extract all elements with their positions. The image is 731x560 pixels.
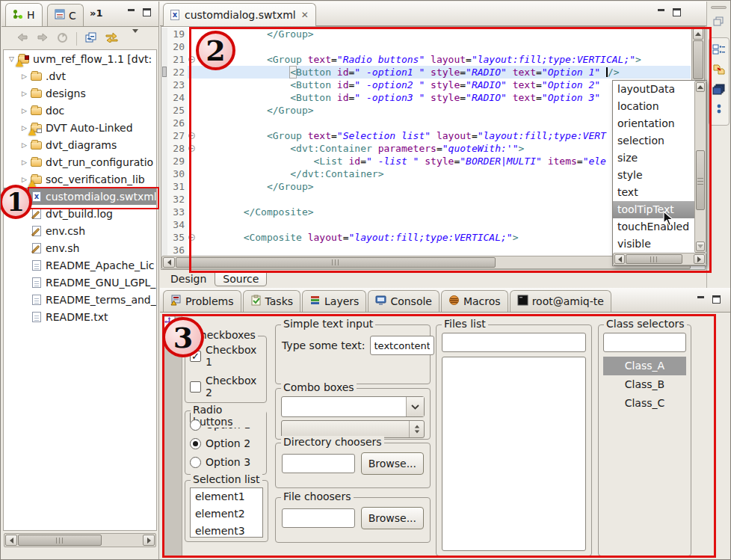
- close-icon[interactable]: ✕: [300, 10, 309, 20]
- files-listbox[interactable]: [442, 357, 586, 551]
- code-line[interactable]: 24 <Button id=" -option3 " style="RADIO"…: [161, 91, 691, 104]
- scroll-left-button[interactable]: [5, 535, 17, 546]
- maximize-icon[interactable]: [143, 8, 151, 16]
- code-line[interactable]: 36: [161, 244, 691, 256]
- tree-item[interactable]: ▽uvm_ref_flow_1.1 [dvt:: [4, 50, 156, 67]
- tree-item[interactable]: ▷soc_verification_lib: [4, 170, 156, 188]
- scroll-thumb[interactable]: [626, 254, 682, 264]
- browse-file-button[interactable]: Browse...: [361, 507, 424, 529]
- scroll-up-button[interactable]: [693, 28, 703, 40]
- view-tab-c[interactable]: C: [47, 4, 84, 26]
- code-line[interactable]: 25 </Group>: [161, 104, 691, 117]
- restore-icon[interactable]: [713, 16, 724, 28]
- view-tab-h[interactable]: H: [5, 3, 43, 26]
- code-line[interactable]: 21− <Group text="Radio buttons" layout="…: [161, 53, 691, 66]
- scroll-left-button[interactable]: [163, 257, 175, 268]
- combo-box-editable[interactable]: [281, 396, 425, 417]
- scroll-right-button[interactable]: [694, 254, 705, 264]
- tree-item[interactable]: README_GNU_LGPL_: [4, 274, 156, 291]
- autocomplete-item[interactable]: touchEnabled: [613, 218, 694, 236]
- go-up-icon[interactable]: [57, 32, 68, 45]
- code-line[interactable]: 32: [161, 193, 691, 206]
- class-filter-input[interactable]: [603, 333, 686, 352]
- autocomplete-item[interactable]: style: [613, 167, 694, 184]
- fold-collapse-icon[interactable]: −: [188, 231, 197, 244]
- list-item[interactable]: Class_B: [603, 375, 686, 394]
- expander-arrow[interactable]: ▷: [19, 159, 30, 166]
- view-menu-icon[interactable]: [132, 33, 138, 44]
- code-line[interactable]: 33 </Composite>: [161, 206, 691, 218]
- code-line[interactable]: 30 </dvt:Container>: [161, 167, 691, 180]
- list-item[interactable]: element1: [191, 488, 262, 505]
- autocomplete-item[interactable]: orientation: [613, 115, 694, 132]
- code-line[interactable]: 34: [161, 218, 691, 231]
- sync-files-icon[interactable]: [712, 64, 726, 78]
- tab-terminal[interactable]: root@amiq-te: [510, 290, 611, 312]
- tree-item[interactable]: ▷.dvt: [4, 67, 156, 84]
- scroll-right-button[interactable]: [143, 535, 155, 546]
- autocomplete-item[interactable]: selection: [613, 132, 694, 150]
- tree-item[interactable]: ▷DVT Auto-Linked: [4, 119, 156, 136]
- tab-source[interactable]: Source: [215, 271, 267, 286]
- chevron-down-icon[interactable]: [406, 397, 424, 416]
- maximize-icon[interactable]: [712, 295, 721, 304]
- link-with-editor-icon[interactable]: [105, 32, 118, 45]
- scroll-left-button[interactable]: [614, 254, 625, 264]
- view-tab-overflow[interactable]: »1: [90, 7, 102, 19]
- radio-option-2[interactable]: Option 2: [190, 437, 262, 449]
- list-item[interactable]: element2: [191, 505, 262, 523]
- checkbox-2[interactable]: Checkbox 2: [190, 375, 262, 399]
- autocomplete-item[interactable]: text: [613, 184, 694, 201]
- editor-tab-customdialog[interactable]: x customdialog.swtxml ✕: [163, 3, 316, 26]
- scroll-up-button[interactable]: [696, 82, 705, 92]
- list-item-selected[interactable]: Class_A: [603, 357, 686, 375]
- file-path-input[interactable]: [282, 508, 355, 528]
- tree-h-scrollbar[interactable]: [4, 533, 156, 547]
- minimize-icon[interactable]: [697, 295, 706, 303]
- autocomplete-item[interactable]: layoutData: [613, 81, 694, 98]
- tree-item[interactable]: README.txt: [4, 308, 156, 325]
- list-item[interactable]: element3: [191, 523, 262, 540]
- back-icon[interactable]: [16, 33, 28, 44]
- code-line[interactable]: 27− <Group text="Selection list" layout=…: [161, 129, 691, 142]
- selection-listbox[interactable]: element1 element2 element3: [190, 487, 263, 538]
- code-line[interactable]: 19 </Group>: [161, 28, 691, 40]
- tab-tasks[interactable]: Tasks: [243, 290, 301, 312]
- tree-item[interactable]: env.csh: [4, 222, 156, 239]
- expander-arrow[interactable]: ▷: [19, 141, 30, 149]
- project-tree[interactable]: ▽uvm_ref_flow_1.1 [dvt: ▷.dvt▷designs▷do…: [3, 49, 157, 531]
- fold-collapse-icon[interactable]: −: [188, 142, 197, 155]
- scroll-thumb[interactable]: [18, 535, 102, 546]
- code-line[interactable]: 31 </Group>: [161, 180, 691, 193]
- tab-macros[interactable]: Macros: [441, 290, 508, 312]
- list-item[interactable]: Class_C: [603, 394, 686, 413]
- simple-text-input[interactable]: [370, 336, 434, 355]
- code-line[interactable]: 29 <List id=" -list " style="BORDER|MULT…: [161, 155, 691, 167]
- scroll-thumb[interactable]: [693, 40, 703, 79]
- autocomplete-item[interactable]: toolTipText: [613, 201, 694, 218]
- expander-arrow[interactable]: ▷: [19, 90, 30, 97]
- fold-collapse-icon[interactable]: −: [188, 129, 197, 142]
- maximize-icon[interactable]: [673, 8, 681, 16]
- code-line[interactable]: 20: [161, 40, 691, 53]
- class-listbox[interactable]: Class_A Class_B Class_C: [603, 357, 686, 551]
- radio-option-3[interactable]: Option 3: [190, 456, 262, 468]
- tab-layers[interactable]: Layers: [302, 290, 366, 312]
- views-stack-icon[interactable]: [712, 84, 726, 98]
- forward-icon[interactable]: [37, 33, 49, 44]
- collapse-all-icon[interactable]: [85, 32, 97, 45]
- tree-item[interactable]: README_terms_and_: [4, 291, 156, 308]
- code-line[interactable]: 22 <Button id=" -option1 " style="RADIO"…: [161, 66, 691, 79]
- tab-design[interactable]: Design: [162, 271, 215, 286]
- more-views-icon[interactable]: [716, 104, 722, 117]
- tree-item[interactable]: env.sh: [4, 239, 156, 256]
- tab-console[interactable]: Console: [368, 290, 439, 312]
- expander-arrow[interactable]: ▷: [19, 73, 30, 80]
- tree-item[interactable]: ▷doc: [4, 102, 156, 119]
- expander-arrow[interactable]: ▷: [19, 107, 30, 114]
- browse-directory-button[interactable]: Browse...: [361, 452, 424, 475]
- autocomplete-v-scrollbar[interactable]: [694, 81, 706, 253]
- minimize-icon[interactable]: [657, 8, 666, 16]
- code-line[interactable]: 26: [161, 117, 691, 129]
- tree-item[interactable]: ▷designs: [4, 84, 156, 102]
